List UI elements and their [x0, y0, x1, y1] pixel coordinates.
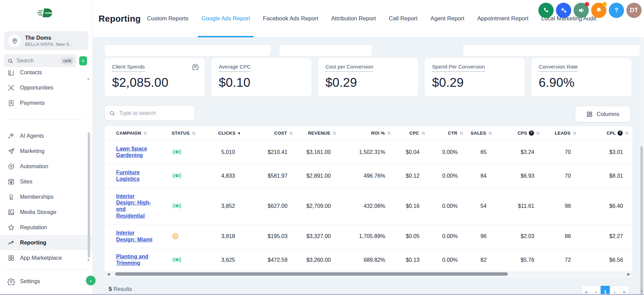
sort-icon [459, 131, 464, 136]
stat-value: $0.29 [432, 76, 517, 90]
column-header-cps[interactable]: CPS? [496, 126, 544, 140]
scroll-right-icon[interactable]: ▶ [625, 272, 632, 276]
stat-label: Average CPC [219, 64, 251, 72]
vertical-scrollbar-thumb[interactable] [640, 146, 643, 295]
cell-ctr: 0.00% [429, 164, 467, 188]
column-header-roi[interactable]: ROI % [340, 126, 395, 140]
reputation-icon [7, 224, 15, 231]
results-label: Results [113, 286, 132, 292]
status-paused-icon [172, 233, 179, 240]
tab-google-ads-report[interactable]: Google Ads Report [198, 0, 254, 37]
sidebar-item-settings[interactable]: Settings [0, 274, 92, 289]
sidebar-item-ai-agents[interactable]: AI Agents [0, 128, 92, 143]
cell-revenue: $2,709.00 [297, 188, 340, 224]
column-label: CTR [448, 131, 457, 136]
table-row[interactable]: Lawn Space Gardening5,010$210.41$3,161.0… [105, 140, 632, 164]
table-row[interactable]: Interior Design: Miami3,818$195.03$3,327… [105, 224, 632, 248]
reporting-icon [7, 239, 15, 247]
column-header-status[interactable]: STATUS [158, 126, 192, 140]
sort-icon [332, 131, 337, 136]
table-row[interactable]: Planting and Trimming3,625$472.59$3,260.… [105, 248, 632, 272]
scroll-left-icon[interactable]: ◀ [105, 272, 112, 276]
column-header-cost[interactable]: COST [244, 126, 297, 140]
campaign-link[interactable]: Planting and Trimming [116, 253, 154, 267]
last-page-button[interactable]: » [620, 286, 629, 295]
prev-page-button[interactable]: ‹ [591, 286, 601, 295]
help-button[interactable]: ? [609, 3, 624, 18]
scroll-down-icon[interactable]: ▼ [640, 289, 643, 293]
results-count: 5 Results [109, 286, 132, 292]
columns-button[interactable]: Columns [575, 106, 630, 122]
help-icon[interactable]: ? [529, 131, 534, 136]
marketing-icon [7, 148, 15, 155]
first-page-button[interactable]: « [582, 286, 591, 295]
sidebar-search[interactable]: ctrlK [4, 54, 77, 67]
tab-appointment-report[interactable]: Appointment Report [474, 0, 532, 37]
stat-value: $0.10 [219, 76, 304, 90]
sidebar-scroll-up-icon[interactable]: ▲ [87, 77, 90, 80]
table-search[interactable] [105, 105, 195, 121]
column-header-cpl[interactable]: CPL? [580, 126, 632, 140]
sort-icon [387, 131, 391, 136]
campaign-link[interactable]: Furniture Logistics [116, 169, 154, 182]
cell-clicks: 5,010 [192, 140, 244, 164]
sidebar-item-memberships[interactable]: Memberships [0, 189, 92, 204]
horizontal-scrollbar[interactable]: ◀ ▶ [105, 271, 632, 277]
sidebar-item-contacts[interactable]: Contacts [0, 70, 92, 80]
help-icon[interactable]: ? [618, 131, 623, 136]
column-header-revenue[interactable]: REVENUE [297, 126, 340, 140]
quick-actions-button[interactable] [79, 56, 87, 65]
sidebar-item-app-marketplace[interactable]: App Marketplace [0, 250, 92, 266]
column-header-campaign[interactable]: CAMPAIGN [105, 126, 158, 140]
sidebar-search-input[interactable] [16, 57, 61, 64]
cell-clicks: 3,818 [192, 224, 244, 248]
campaign-link[interactable]: Interior Design: High-end Residential [116, 193, 154, 219]
page-1-button[interactable]: 1 [601, 286, 610, 295]
avatar[interactable]: DT [626, 3, 642, 18]
column-header-cpc[interactable]: CPC [395, 126, 429, 140]
table-row[interactable]: Furniture Logistics4,833$581.97$2,891.00… [105, 164, 632, 188]
bell-button[interactable] [591, 3, 606, 18]
table-row[interactable]: Interior Design: High-end Residential3,8… [105, 188, 632, 224]
next-page-button[interactable]: › [610, 286, 620, 295]
column-header-leads[interactable]: LEADS [544, 126, 580, 140]
cell-ctr: 0.00% [429, 224, 467, 248]
column-header-ctr[interactable]: CTR [429, 126, 467, 140]
phone-button[interactable] [538, 3, 554, 18]
sidebar-item-payments[interactable]: Payments [0, 95, 92, 111]
sort-icon [289, 131, 294, 136]
tab-facebook-ads-report[interactable]: Facebook Ads Report [259, 0, 322, 37]
tab-attribution-report[interactable]: Attribution Report [327, 0, 380, 37]
column-header-clicks[interactable]: CLICKS▼ [192, 126, 244, 140]
gear-icon[interactable] [192, 63, 199, 70]
sidebar-item-marketing[interactable]: Marketing [0, 143, 92, 159]
ai-sparkles-button[interactable] [556, 3, 571, 18]
sidebar-collapse-button[interactable]: ‹ [86, 276, 95, 285]
vertical-scrollbar[interactable]: ▼ [640, 38, 644, 295]
sidebar-item-automation[interactable]: Automation [0, 159, 92, 174]
sidebar-scroll-down-icon[interactable]: ▼ [87, 258, 90, 262]
question-glyph: ? [615, 7, 618, 14]
page-title: Reporting [99, 0, 141, 37]
logo-text: DOMS [45, 12, 52, 14]
tab-custom-reports[interactable]: Custom Reports [143, 0, 192, 37]
campaign-link[interactable]: Lawn Space Gardening [116, 145, 154, 159]
stat-card-cost-per-conversion: Cost per Conversion $0.29 [318, 58, 418, 97]
sidebar-item-opportunities[interactable]: Opportunities [0, 80, 92, 95]
tab-call-report[interactable]: Call Report [385, 0, 421, 37]
sidebar-item-media-storage[interactable]: Media Storage [0, 204, 92, 220]
megaphone-button[interactable] [574, 3, 589, 18]
table-search-input[interactable] [119, 110, 194, 117]
sidebar-item-reputation[interactable]: Reputation [0, 220, 92, 235]
tab-agent-report[interactable]: Agent Report [427, 0, 468, 37]
cell-leads: 70 [544, 140, 580, 164]
column-header-sales[interactable]: SALES [467, 126, 496, 140]
sidebar-scrollbar-thumb[interactable] [88, 132, 90, 258]
horizontal-scrollbar-thumb[interactable] [115, 272, 508, 276]
sidebar-item-label: Sites [20, 178, 33, 185]
campaign-link[interactable]: Interior Design: Miami [116, 230, 154, 243]
sidebar-item-sites[interactable]: Sites [0, 174, 92, 189]
column-label: CAMPAIGN [116, 131, 141, 136]
account-switcher[interactable]: The Doms BELLA VISTA, New S... [4, 31, 88, 50]
sidebar-item-reporting[interactable]: Reporting [0, 235, 92, 250]
